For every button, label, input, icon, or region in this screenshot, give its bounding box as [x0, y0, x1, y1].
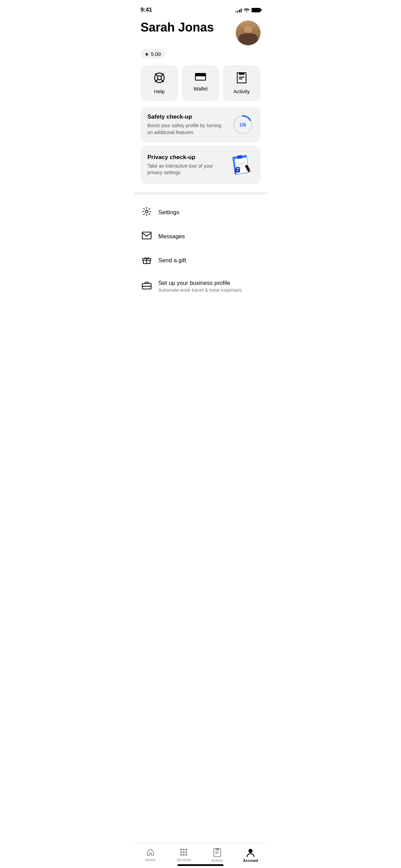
business-content: Set up your business profile Automate wo…: [158, 280, 242, 293]
avatar[interactable]: [236, 21, 260, 45]
privacy-checkup-text: Privacy check-up Take an interactive tou…: [147, 154, 223, 176]
business-menu-item[interactable]: Set up your business profile Automate wo…: [134, 273, 267, 300]
svg-rect-27: [142, 232, 151, 239]
business-sublabel: Automate work travel & meal expenses: [158, 287, 242, 293]
user-name-section: Sarah Jonas: [141, 21, 214, 34]
menu-list: Settings Messages S: [134, 197, 267, 302]
wallet-icon: [195, 72, 206, 83]
privacy-checkup-card[interactable]: Privacy check-up Take an interactive tou…: [141, 146, 260, 184]
settings-label: Settings: [158, 209, 179, 216]
messages-label: Messages: [158, 233, 185, 240]
wallet-button[interactable]: Wallet: [182, 65, 219, 101]
quick-actions: Help Wallet Activity: [134, 65, 267, 107]
gear-icon: [142, 207, 151, 218]
safety-progress-text: 1/6: [239, 122, 246, 128]
svg-rect-10: [239, 73, 244, 75]
gift-label: Send a gift: [158, 257, 186, 264]
help-button[interactable]: Help: [141, 65, 178, 101]
svg-rect-18: [237, 155, 242, 159]
settings-menu-item[interactable]: Settings: [134, 200, 267, 225]
star-icon: ★: [145, 51, 149, 57]
svg-point-1: [157, 76, 161, 80]
signal-icon: [235, 8, 242, 12]
status-icons: [235, 8, 260, 12]
privacy-checkup-title: Privacy check-up: [147, 154, 223, 161]
svg-rect-7: [195, 75, 206, 76]
wifi-icon: [244, 8, 250, 12]
briefcase-icon: [142, 281, 151, 291]
gift-icon: [142, 255, 151, 266]
checkup-section: Safety check-up Boost your safety profil…: [134, 107, 267, 184]
activity-label: Activity: [233, 88, 250, 94]
gift-menu-item[interactable]: Send a gift: [134, 248, 267, 273]
battery-icon: [252, 8, 260, 12]
privacy-checkup-description: Take an interactive tour of your privacy…: [147, 163, 223, 176]
svg-point-23: [237, 170, 238, 171]
svg-rect-8: [195, 73, 206, 75]
settings-content: Settings: [158, 209, 179, 216]
safety-checkup-title: Safety check-up: [147, 113, 223, 120]
help-label: Help: [154, 88, 165, 94]
privacy-illustration: [230, 153, 254, 177]
safety-checkup-description: Boost your safety profile by turning on …: [147, 122, 223, 136]
business-label: Set up your business profile: [158, 280, 242, 287]
user-name: Sarah Jonas: [141, 21, 214, 34]
activity-button[interactable]: Activity: [223, 65, 260, 101]
status-bar: 9:41: [134, 0, 267, 15]
messages-content: Messages: [158, 233, 185, 240]
help-icon: [154, 72, 165, 86]
activity-icon: [237, 72, 246, 86]
status-time: 9:41: [141, 7, 152, 13]
profile-header: Sarah Jonas: [134, 15, 267, 48]
wallet-label: Wallet: [193, 86, 207, 92]
svg-point-26: [145, 210, 148, 213]
messages-menu-item[interactable]: Messages: [134, 225, 267, 248]
safety-checkup-text: Safety check-up Boost your safety profil…: [147, 113, 223, 136]
mail-icon: [142, 232, 151, 241]
rating-value: 5.00: [151, 51, 161, 57]
rating-badge[interactable]: ★ 5.00: [141, 49, 165, 59]
gift-content: Send a gift: [158, 257, 186, 264]
safety-checkup-card[interactable]: Safety check-up Boost your safety profil…: [141, 107, 260, 143]
section-divider: [134, 192, 267, 195]
safety-progress-ring: 1/6: [232, 114, 254, 136]
